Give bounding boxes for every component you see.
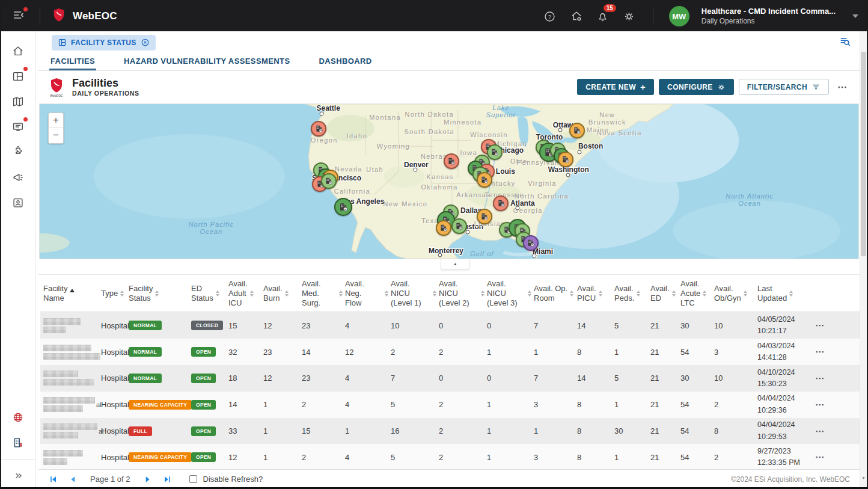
column-header[interactable]: Avail. Ob/Gyn [714,284,757,304]
facility-name-cell [43,371,101,386]
sidebar-announcements-icon[interactable] [6,165,30,190]
facility-status-chip[interactable]: FACILITY STATUS [52,35,156,51]
value-cell: 8 [577,426,614,435]
map-state-label: New Brunswick [588,111,626,126]
map-facility-marker[interactable]: H [487,144,503,160]
column-header[interactable]: Avail. NICU (Level 2) [439,279,487,309]
configure-button[interactable]: CONFIGURE [659,79,734,95]
filter-search-button[interactable]: FILTER/SEARCH [739,79,829,95]
sidebar-maps-icon[interactable] [6,89,30,114]
map-facility-marker[interactable]: H [477,209,492,224]
divider [40,8,40,24]
column-header[interactable]: Type [101,289,129,298]
column-header[interactable]: Avail. Neg. Flow [345,279,391,309]
tab-hazard-vulnerability-assessments[interactable]: HAZARD VULNERABILITY ASSESSMENTS [123,54,291,70]
notifications-bell-icon[interactable]: 15 [595,8,611,24]
map-state-label: Wyoming [377,142,411,150]
type-cell: Hospital [101,321,129,330]
column-header[interactable]: Avail. NICU (Level 3) [487,279,534,309]
last-page-button[interactable] [160,473,174,485]
svg-text:?: ? [548,13,551,20]
sort-icon [789,291,793,297]
last-updated-cell: 04/10/2024 15:30:23 [757,367,815,390]
chevron-down-icon[interactable] [852,14,858,18]
column-header[interactable]: Avail. Med. Surg. [302,279,345,309]
more-actions-button[interactable]: ⋯ [834,81,851,93]
zoom-out-button[interactable]: − [49,128,63,143]
board-search-icon[interactable] [839,35,851,50]
column-header[interactable]: ED Status [191,284,228,304]
map-facility-marker[interactable]: H [569,123,585,138]
table-row[interactable]: HospitalNORMALCLOSED15122341000714521301… [40,312,860,339]
table-row[interactable]: alHospitalNEARING CAPACITYOPEN1412452138… [40,392,860,418]
sidebar-boards-icon[interactable] [6,64,30,89]
create-new-button[interactable]: CREATE NEW+ [577,79,654,95]
row-more-button[interactable]: ⋯ [815,426,825,437]
sidebar-home-icon[interactable] [6,38,30,64]
tab-facilities[interactable]: FACILITIES [49,54,96,70]
sidebar-globe-app-icon[interactable] [6,405,30,430]
map-facility-marker[interactable]: H [493,195,509,211]
disable-refresh-checkbox[interactable] [189,475,197,483]
map-state-label: Arkansas [456,191,491,198]
next-page-button[interactable] [141,473,154,485]
map[interactable]: SeattleDenverChicagoSt. LouisAtlantaWash… [39,103,859,259]
scrollbar-thumb[interactable] [861,52,866,256]
row-more-button[interactable]: ⋯ [815,399,825,410]
sidebar-facility-app-icon[interactable] [6,430,30,455]
table-row[interactable]: HospitalNORMALOPEN1812234700714521301004… [40,365,860,392]
zoom-in-button[interactable]: + [49,113,63,128]
user-context[interactable]: Healthcare - CMD Incident Comma... Daily… [701,7,836,25]
page-scrollbar[interactable]: ▼ [860,31,867,488]
help-icon[interactable]: ? [542,8,558,24]
column-header[interactable]: Last Updated [757,284,815,304]
row-more-button[interactable]: ⋯ [815,452,825,463]
map-facility-marker[interactable]: H [311,121,326,137]
facility-name-cell [43,450,101,465]
last-updated-cell: 04/05/2024 10:21:17 [757,314,815,337]
settings-gear-icon[interactable] [622,8,637,24]
row-more-button[interactable]: ⋯ [815,346,825,357]
previous-page-button[interactable] [66,473,79,485]
tab-dashboard[interactable]: DASHBOARD [318,54,373,70]
table-row[interactable]: HospitalNORMALOPEN322314122211812154304/… [40,339,860,365]
home-settings-icon[interactable] [569,8,584,24]
column-header[interactable]: Avail. ED [650,284,680,304]
map-facility-marker[interactable]: H [436,220,451,236]
row-more-button[interactable]: ⋯ [815,320,825,331]
column-header[interactable]: Avail. Adult ICU [228,279,263,309]
row-more-button[interactable]: ⋯ [815,373,825,384]
column-header-label: Avail. NICU (Level 2) [439,279,478,309]
first-page-button[interactable] [47,473,60,485]
facility-status-badge: NORMAL [129,374,162,383]
sidebar-messages-icon[interactable] [6,114,30,140]
sidebar-expand-icon[interactable] [6,463,30,488]
map-water-label: North Atlantic Ocean [726,192,774,208]
column-header[interactable]: Facility Status [129,284,191,304]
table-row[interactable]: HospitalNEARING CAPACITYOPEN121245213812… [40,444,860,469]
sidebar-plugins-icon[interactable] [6,140,30,165]
map-collapse-button[interactable]: ▲ [441,259,469,269]
column-header[interactable]: Avail. Burn [263,284,302,304]
map-facility-marker[interactable]: H [523,235,539,251]
map-facility-marker[interactable]: H [444,153,459,169]
map-facility-marker[interactable]: H [451,218,467,234]
avatar[interactable]: MW [669,6,689,26]
map-facility-marker[interactable]: H [477,172,492,188]
map-facility-marker[interactable]: H [321,173,337,189]
map-facility-marker[interactable]: H [558,152,573,167]
column-header[interactable]: Avail. PICU [577,284,614,304]
table-row[interactable]: alHospitalFULLOPEN331151162118302154804/… [40,418,860,444]
column-header[interactable]: Facility Name [43,284,101,304]
column-header[interactable]: Avail. Acute LTC [680,279,714,309]
sidebar-contacts-icon[interactable] [6,190,30,215]
column-header[interactable]: Avail. NICU (Level 1) [391,279,439,309]
facility-status-badge: FULL [129,426,152,436]
column-header[interactable]: Avail. Peds. [614,284,650,304]
column-header[interactable]: Avail. Op. Room [534,284,577,304]
scrollbar-down-arrow[interactable]: ▼ [860,476,867,480]
value-cell: 2 [714,400,757,409]
map-facility-marker[interactable]: H [334,198,352,216]
close-icon[interactable] [141,38,150,47]
collapse-menu-icon[interactable] [10,6,28,26]
